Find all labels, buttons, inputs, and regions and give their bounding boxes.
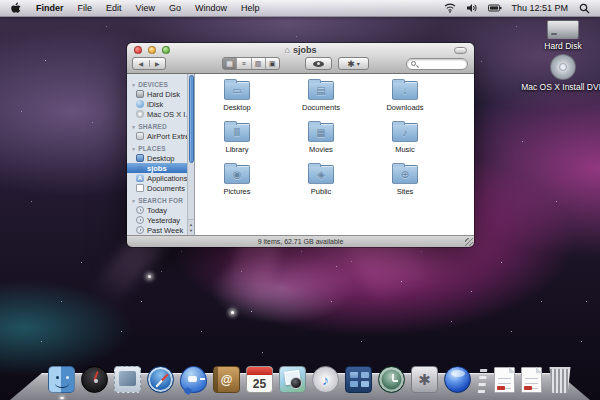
view-coverflow-button[interactable]: ▣ — [265, 58, 279, 69]
battery-icon[interactable] — [488, 4, 502, 12]
view-list-button[interactable]: ≡ — [236, 58, 250, 69]
chevron-down-icon: ▾ — [357, 60, 360, 67]
volume-icon[interactable] — [466, 3, 478, 13]
dock-icon-system-preferences[interactable]: ✱ — [411, 366, 438, 393]
dock-icon-time-machine[interactable] — [378, 366, 405, 393]
sidebar-item-documents[interactable]: Documents — [127, 183, 187, 193]
dock-icon-address-book[interactable]: @ — [213, 366, 240, 393]
view-icons-button[interactable]: ▦ — [223, 58, 236, 69]
dock-icon-finder[interactable] — [48, 366, 75, 393]
search-input[interactable] — [418, 60, 458, 67]
clock-icon — [136, 206, 144, 214]
sidebar-section-devices[interactable]: ▼DEVICES — [127, 80, 187, 89]
title-bar[interactable]: ⌂sjobs — [127, 43, 474, 56]
folder-desktop[interactable]: ▭Desktop — [195, 76, 279, 118]
install-dvd-label: Mac OS X Install DVD — [508, 82, 600, 92]
spotlight-icon[interactable] — [579, 3, 590, 14]
sidebar-item-hard-disk[interactable]: Hard Disk — [127, 89, 187, 99]
search-field[interactable] — [406, 58, 468, 70]
menu-item-finder[interactable]: Finder — [29, 3, 71, 13]
movies-glyph-icon: ▦ — [309, 124, 333, 141]
dock-icon-pdf-document-2[interactable] — [521, 367, 542, 393]
scroll-up-icon[interactable]: ▲ — [189, 222, 193, 227]
dock-icon-ichat[interactable] — [180, 366, 207, 393]
forward-button[interactable]: ▶ — [150, 60, 166, 67]
action-button[interactable]: ✱ ▾ — [338, 57, 369, 70]
sidebar-item-sjobs[interactable]: ⌂sjobs — [127, 163, 194, 173]
back-forward-control[interactable]: ◀ ▶ — [132, 57, 166, 70]
disclosure-triangle-icon[interactable]: ▼ — [131, 82, 136, 88]
dock-icon-ical[interactable]: 25 — [246, 366, 273, 393]
sidebar-item-airport-extreme[interactable]: AirPort Extreme — [127, 131, 187, 141]
folder-view[interactable]: ▭Desktop ▤Documents ↓Downloads ⅢLibrary … — [195, 74, 474, 235]
window-header[interactable]: ⌂sjobs ◀ ▶ ▦ ≡ ▥ ▣ ✱ ▾ — [127, 43, 474, 74]
sidebar-section-shared[interactable]: ▼SHARED — [127, 122, 187, 131]
dock-icon-dashboard[interactable] — [81, 366, 108, 393]
menu-bar: Finder File Edit View Go Window Help Thu… — [0, 0, 600, 17]
airport-icon — [136, 132, 144, 140]
folder-icon: ♪ — [392, 123, 418, 142]
disclosure-triangle-icon[interactable]: ▼ — [131, 124, 136, 130]
sidebar-item-applications[interactable]: AApplications — [127, 173, 187, 183]
scrollbar-arrows[interactable]: ▲▼ — [188, 219, 194, 235]
sidebar-item-today[interactable]: Today — [127, 205, 187, 215]
dock-icon-iphoto[interactable] — [279, 366, 306, 393]
folder-pictures[interactable]: ◉Pictures — [195, 160, 279, 202]
folder-sites[interactable]: ⊕Sites — [363, 160, 447, 202]
folder-icon: ▤ — [308, 81, 334, 100]
sidebar-item-past-week[interactable]: Past Week — [127, 225, 187, 235]
hard-disk-label: Hard Disk — [508, 41, 600, 51]
wifi-icon[interactable] — [444, 3, 456, 13]
folder-library[interactable]: ⅢLibrary — [195, 118, 279, 160]
desktop-icon-hard-disk[interactable]: Hard Disk — [508, 20, 600, 51]
applications-icon: A — [136, 174, 144, 182]
menu-item-help[interactable]: Help — [234, 3, 267, 13]
scrollbar-thumb[interactable] — [189, 75, 194, 163]
sidebar-item-idisk[interactable]: iDisk — [127, 99, 187, 109]
folder-documents[interactable]: ▤Documents — [279, 76, 363, 118]
dock-icon-front-row[interactable] — [444, 366, 471, 393]
sidebar-item-yesterday[interactable]: Yesterday — [127, 215, 187, 225]
menubar-clock[interactable]: Thu 12:51 PM — [511, 3, 568, 13]
dock-icon-mail[interactable] — [114, 366, 141, 393]
menu-item-view[interactable]: View — [129, 3, 162, 13]
dock-icon-trash[interactable] — [548, 367, 572, 393]
menu-item-window[interactable]: Window — [188, 3, 234, 13]
spaces-tiles-icon — [350, 372, 358, 378]
folder-icon: ↓ — [392, 81, 418, 100]
resize-grip[interactable] — [465, 238, 473, 246]
public-glyph-icon: ◈ — [309, 166, 333, 183]
disclosure-triangle-icon[interactable]: ▼ — [131, 198, 136, 204]
status-text: 9 items, 62.71 GB available — [258, 238, 344, 245]
sidebar-section-search-for[interactable]: ▼SEARCH FOR — [127, 196, 187, 205]
quick-look-button[interactable] — [305, 57, 332, 70]
back-button[interactable]: ◀ — [133, 60, 150, 67]
folder-music[interactable]: ♪Music — [363, 118, 447, 160]
dock-icon-safari[interactable] — [147, 366, 174, 393]
sidebar-section-places[interactable]: ▼PLACES — [127, 144, 187, 153]
music-note-icon: ♪ — [322, 372, 329, 388]
apple-menu-icon[interactable] — [10, 2, 21, 15]
scroll-down-icon[interactable]: ▼ — [189, 228, 193, 233]
folder-icon: Ⅲ — [224, 123, 250, 142]
disclosure-triangle-icon[interactable]: ▼ — [131, 146, 136, 152]
dock-icon-itunes[interactable]: ♪ — [312, 366, 339, 393]
sidebar-item-install-dvd[interactable]: Mac OS X I...▲ — [127, 109, 187, 119]
folder-icon: ◉ — [224, 165, 250, 184]
view-mode-control[interactable]: ▦ ≡ ▥ ▣ — [222, 57, 280, 70]
folder-public[interactable]: ◈Public — [279, 160, 363, 202]
dock-icon-spaces[interactable] — [345, 366, 372, 393]
folder-downloads[interactable]: ↓Downloads — [363, 76, 447, 118]
menu-item-go[interactable]: Go — [162, 3, 188, 13]
dock-icon-pdf-document-1[interactable] — [494, 367, 515, 393]
menu-item-edit[interactable]: Edit — [99, 3, 129, 13]
toolbar-toggle-button[interactable] — [454, 47, 467, 54]
sidebar-item-desktop[interactable]: Desktop — [127, 153, 187, 163]
folder-movies[interactable]: ▦Movies — [279, 118, 363, 160]
dvd-icon — [550, 54, 576, 80]
sidebar-scrollbar[interactable]: ▲▼ — [187, 74, 194, 235]
menu-item-file[interactable]: File — [71, 3, 100, 13]
desktop-icon-install-dvd[interactable]: Mac OS X Install DVD — [508, 54, 600, 92]
desktop-glyph-icon: ▭ — [225, 82, 249, 99]
view-columns-button[interactable]: ▥ — [251, 58, 265, 69]
